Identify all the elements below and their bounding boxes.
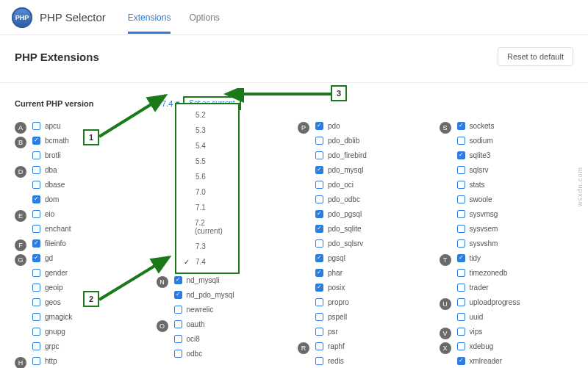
extension-item[interactable]: trader bbox=[457, 282, 489, 292]
version-option[interactable]: 7.3 bbox=[176, 239, 238, 254]
extension-item[interactable]: stats bbox=[457, 179, 485, 190]
extension-checkbox[interactable] bbox=[174, 276, 182, 284]
extension-checkbox[interactable] bbox=[315, 284, 323, 292]
extension-item[interactable]: pdo_pgsql bbox=[315, 209, 362, 219]
extension-item[interactable]: redis bbox=[315, 356, 344, 366]
extension-checkbox[interactable] bbox=[315, 313, 323, 321]
extension-item[interactable]: timezonedb bbox=[457, 267, 508, 278]
extension-checkbox[interactable] bbox=[32, 342, 40, 350]
extension-checkbox[interactable] bbox=[315, 122, 323, 130]
extension-checkbox[interactable] bbox=[32, 210, 40, 218]
extension-item[interactable]: sqlite3 bbox=[457, 150, 491, 160]
tab-options[interactable]: Options bbox=[189, 2, 219, 33]
extension-checkbox[interactable] bbox=[457, 357, 465, 365]
version-option[interactable]: 7.2 (current) bbox=[176, 215, 238, 239]
extension-checkbox[interactable] bbox=[315, 328, 323, 336]
extension-item[interactable]: pspell bbox=[315, 311, 347, 322]
extension-checkbox[interactable] bbox=[457, 298, 465, 306]
extension-checkbox[interactable] bbox=[315, 151, 323, 159]
extension-item[interactable]: eio bbox=[32, 209, 54, 219]
extension-checkbox[interactable] bbox=[457, 122, 465, 130]
extension-item[interactable]: posix bbox=[315, 282, 345, 292]
extension-checkbox[interactable] bbox=[457, 269, 465, 277]
extension-item[interactable]: swoole bbox=[457, 194, 492, 204]
extension-checkbox[interactable] bbox=[315, 210, 323, 218]
version-option[interactable]: 5.6 bbox=[176, 169, 238, 184]
extension-item[interactable]: grpc bbox=[32, 341, 59, 351]
extension-item[interactable]: http bbox=[32, 356, 57, 366]
version-option[interactable]: ✓7.4 bbox=[176, 254, 238, 270]
extension-checkbox[interactable] bbox=[315, 225, 323, 233]
extension-checkbox[interactable] bbox=[457, 166, 465, 174]
extension-checkbox[interactable] bbox=[32, 151, 40, 159]
extension-checkbox[interactable] bbox=[32, 254, 40, 262]
extension-item[interactable]: brotli bbox=[32, 150, 61, 160]
extension-item[interactable]: oauth bbox=[174, 319, 205, 329]
extension-item[interactable]: sockets bbox=[457, 120, 495, 131]
extension-checkbox[interactable] bbox=[32, 122, 40, 130]
extension-item[interactable]: pgsql bbox=[315, 253, 345, 263]
extension-checkbox[interactable] bbox=[457, 328, 465, 336]
extension-item[interactable]: oci8 bbox=[174, 333, 200, 344]
extension-checkbox[interactable] bbox=[32, 357, 40, 365]
extension-item[interactable]: sysvsem bbox=[457, 223, 498, 234]
extension-item[interactable]: pdo_odbc bbox=[315, 194, 360, 204]
extension-checkbox[interactable] bbox=[32, 181, 40, 189]
extension-item[interactable]: odbc bbox=[174, 348, 203, 358]
extension-checkbox[interactable] bbox=[315, 342, 323, 350]
extension-item[interactable]: pdo_mysql bbox=[315, 165, 363, 175]
extension-checkbox[interactable] bbox=[315, 254, 323, 262]
extension-item[interactable]: newrelic bbox=[174, 304, 214, 314]
extension-item[interactable]: sqlsrv bbox=[457, 165, 489, 175]
extension-item[interactable]: pdo_sqlite bbox=[315, 223, 362, 234]
extension-checkbox[interactable] bbox=[32, 195, 40, 203]
extension-checkbox[interactable] bbox=[457, 225, 465, 233]
extension-item[interactable]: bcmath bbox=[32, 135, 69, 145]
extension-checkbox[interactable] bbox=[457, 254, 465, 262]
extension-item[interactable]: pdo bbox=[315, 120, 340, 131]
extension-item[interactable]: sysvmsg bbox=[457, 209, 498, 219]
extension-checkbox[interactable] bbox=[174, 335, 182, 343]
extension-checkbox[interactable] bbox=[315, 298, 323, 306]
extension-item[interactable]: propro bbox=[315, 297, 349, 307]
extension-item[interactable]: geos bbox=[32, 297, 61, 307]
extension-checkbox[interactable] bbox=[315, 269, 323, 277]
reset-to-default-button[interactable]: Reset to default bbox=[498, 47, 573, 66]
extension-checkbox[interactable] bbox=[32, 313, 40, 321]
version-option[interactable]: 5.2 bbox=[176, 107, 238, 123]
extension-checkbox[interactable] bbox=[315, 137, 323, 145]
extension-checkbox[interactable] bbox=[174, 320, 182, 328]
version-option[interactable]: 7.1 bbox=[176, 200, 238, 215]
extension-checkbox[interactable] bbox=[32, 298, 40, 306]
extension-checkbox[interactable] bbox=[457, 284, 465, 292]
extension-item[interactable]: nd_mysqli bbox=[174, 275, 220, 285]
extension-checkbox[interactable] bbox=[174, 306, 182, 314]
extension-item[interactable]: sysvshm bbox=[457, 238, 498, 248]
extension-checkbox[interactable] bbox=[174, 291, 182, 299]
extension-item[interactable]: sodium bbox=[457, 135, 493, 145]
extension-checkbox[interactable] bbox=[457, 210, 465, 218]
extension-item[interactable]: gd bbox=[32, 253, 53, 263]
tab-extensions[interactable]: Extensions bbox=[128, 2, 171, 33]
extension-item[interactable]: phar bbox=[315, 267, 343, 278]
extension-item[interactable]: gnupg bbox=[32, 326, 65, 336]
extension-checkbox[interactable] bbox=[32, 284, 40, 292]
extension-item[interactable]: uploadprogress bbox=[457, 297, 520, 307]
extension-item[interactable]: dbase bbox=[32, 179, 65, 190]
extension-checkbox[interactable] bbox=[32, 137, 40, 145]
extension-checkbox[interactable] bbox=[457, 151, 465, 159]
version-dropdown-menu[interactable]: 5.25.35.45.55.67.07.17.2 (current)7.3✓7.… bbox=[175, 103, 240, 274]
extension-checkbox[interactable] bbox=[32, 269, 40, 277]
extension-item[interactable]: gmagick bbox=[32, 311, 72, 322]
extension-checkbox[interactable] bbox=[32, 166, 40, 174]
extension-checkbox[interactable] bbox=[315, 357, 323, 365]
extension-item[interactable]: pdo_sqlsrv bbox=[315, 238, 363, 248]
extension-item[interactable]: psr bbox=[315, 326, 338, 336]
extension-item[interactable]: dba bbox=[32, 165, 57, 175]
extension-checkbox[interactable] bbox=[457, 342, 465, 350]
extension-checkbox[interactable] bbox=[315, 239, 323, 248]
extension-checkbox[interactable] bbox=[32, 239, 40, 248]
extension-item[interactable]: vips bbox=[457, 326, 483, 336]
extension-checkbox[interactable] bbox=[457, 239, 465, 248]
extension-checkbox[interactable] bbox=[32, 328, 40, 336]
